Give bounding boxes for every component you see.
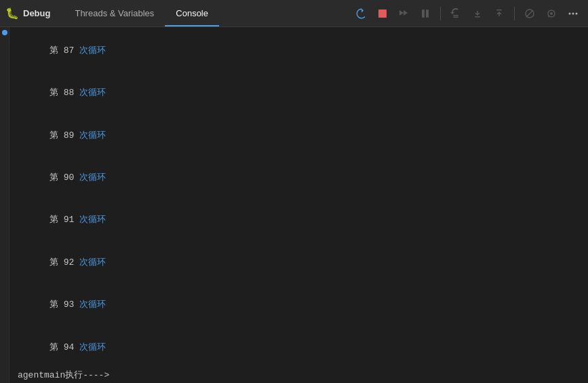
svg-rect-0 (378, 10, 387, 18)
pause-icon[interactable] (416, 5, 435, 22)
left-panel (0, 27, 9, 383)
main-area: 第 87 次循环 第 88 次循环 第 89 次循环 第 90 次循环 第 91… (0, 27, 588, 383)
line-prefix: 第 (50, 257, 64, 268)
list-item: 第 93 次循环 (9, 284, 588, 326)
list-item: 第 88 次循环 (9, 72, 588, 114)
line-prefix: 第 (50, 172, 64, 183)
svg-line-8 (526, 10, 533, 17)
step-over-icon[interactable] (446, 5, 465, 22)
svg-rect-5 (475, 16, 480, 18)
svg-point-12 (569, 12, 571, 14)
stop-icon[interactable] (374, 6, 391, 21)
svg-rect-1 (422, 10, 425, 18)
toolbar-separator-2 (514, 7, 515, 20)
bug-icon: 🐛 (5, 7, 19, 20)
app-title-label: Debug (23, 8, 50, 18)
list-item: 第 94 次循环 (9, 327, 588, 369)
mute-breakpoints-icon[interactable] (520, 5, 539, 22)
tab-console[interactable]: Console (165, 0, 219, 26)
tab-threads-variables[interactable]: Threads & Variables (64, 0, 165, 26)
special-line-agentmain: agentmain执行----> (9, 369, 588, 383)
toolbar (352, 5, 583, 22)
line-prefix: 第 (50, 130, 64, 141)
svg-point-9 (550, 12, 553, 15)
toolbar-separator-1 (440, 7, 441, 20)
step-out-icon[interactable] (490, 5, 509, 22)
app-title: 🐛 Debug (5, 7, 50, 20)
list-item: 第 87 次循环 (9, 30, 588, 72)
tab-bar: Threads & Variables Console (64, 0, 219, 26)
left-indicator (2, 30, 7, 35)
svg-rect-3 (453, 15, 458, 16)
svg-point-14 (576, 12, 578, 14)
line-prefix: 第 (50, 215, 64, 225)
svg-rect-4 (453, 16, 458, 18)
svg-rect-2 (426, 10, 429, 18)
svg-point-13 (572, 12, 574, 14)
titlebar: 🐛 Debug Threads & Variables Console (0, 0, 588, 27)
step-into-icon[interactable] (468, 5, 487, 22)
settings-icon[interactable] (542, 5, 561, 22)
console-output[interactable]: 第 87 次循环 第 88 次循环 第 89 次循环 第 90 次循环 第 91… (9, 27, 588, 383)
list-item: 第 90 次循环 (9, 157, 588, 199)
line-prefix: 第 (50, 45, 64, 56)
line-prefix: 第 (50, 342, 64, 352)
list-item: 第 91 次循环 (9, 200, 588, 242)
rerun-icon[interactable] (352, 5, 371, 22)
resume-icon[interactable] (394, 5, 413, 22)
more-actions-icon[interactable] (564, 5, 583, 22)
list-item: 第 92 次循环 (9, 242, 588, 284)
svg-rect-6 (496, 10, 502, 11)
line-prefix: 第 (50, 299, 64, 310)
line-prefix: 第 (50, 88, 64, 98)
list-item: 第 89 次循环 (9, 115, 588, 157)
